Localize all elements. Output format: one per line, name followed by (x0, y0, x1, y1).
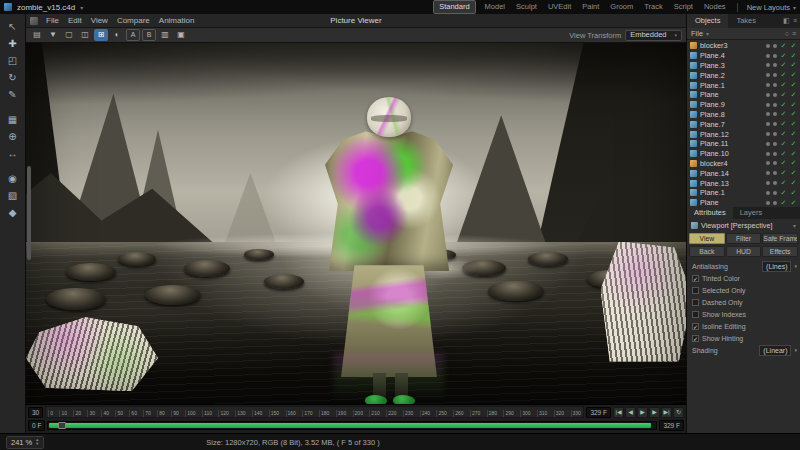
object-row[interactable]: blocker3✓✓ (687, 41, 800, 51)
enabled-check-icon[interactable]: ✓ (780, 91, 787, 99)
render-visibility-dot[interactable] (773, 132, 777, 136)
editor-visibility-dot[interactable] (766, 103, 770, 107)
editor-visibility-dot[interactable] (766, 112, 770, 116)
render-tool-icon[interactable]: ▧ (3, 188, 23, 203)
attribute-row[interactable]: ✓Tinted Color (689, 272, 800, 284)
render-check-icon[interactable]: ✓ (790, 130, 797, 138)
material-tool-icon[interactable]: ◆ (3, 205, 23, 220)
layout-tab-track[interactable]: Track (642, 1, 664, 13)
axis-tool-icon[interactable]: ↔ (3, 146, 23, 161)
search-icon[interactable]: ○ (785, 30, 789, 37)
render-visibility-dot[interactable] (773, 142, 777, 146)
render-visibility-dot[interactable] (773, 112, 777, 116)
prev-frame-button[interactable]: ◀ (625, 407, 636, 418)
enabled-check-icon[interactable]: ✓ (780, 130, 787, 138)
attr-button-view[interactable]: View (689, 233, 725, 244)
layout-tab-model[interactable]: Model (483, 1, 507, 13)
enabled-check-icon[interactable]: ✓ (780, 120, 787, 128)
editor-visibility-dot[interactable] (766, 63, 770, 67)
attribute-row[interactable]: Selected Only (689, 284, 800, 296)
attribute-row[interactable]: Antialiasing(Lines)▾ (689, 260, 800, 272)
layout-tab-paint[interactable]: Paint (580, 1, 601, 13)
checkbox[interactable] (692, 287, 699, 294)
enabled-check-icon[interactable]: ✓ (780, 71, 787, 79)
editor-visibility-dot[interactable] (766, 142, 770, 146)
play-button[interactable]: ▶ (637, 407, 648, 418)
render-check-icon[interactable]: ✓ (790, 61, 797, 69)
zoom-stepper-icon[interactable]: ▲▼ (35, 438, 39, 446)
object-row[interactable]: Plane.10✓✓ (687, 149, 800, 159)
layout-tab-standard[interactable]: Standard (433, 0, 475, 14)
tab-objects[interactable]: Objects (687, 14, 728, 28)
enabled-check-icon[interactable]: ✓ (780, 52, 787, 60)
menu-compare[interactable]: Compare (117, 16, 150, 25)
render-visibility-dot[interactable] (773, 103, 777, 107)
render-check-icon[interactable]: ✓ (790, 91, 797, 99)
object-row[interactable]: Plane.1✓✓ (687, 80, 800, 90)
render-check-icon[interactable]: ✓ (790, 159, 797, 167)
histogram-icon[interactable]: ▥ (158, 29, 172, 41)
object-row[interactable]: Plane.2✓✓ (687, 70, 800, 80)
object-row[interactable]: Plane.8✓✓ (687, 110, 800, 120)
checkbox[interactable] (692, 311, 699, 318)
attribute-row[interactable]: ✓Show Hinting (689, 332, 800, 344)
goto-end-button[interactable]: ▶| (661, 407, 672, 418)
tab-layers[interactable]: Layers (733, 207, 770, 219)
render-check-icon[interactable]: ✓ (790, 199, 797, 207)
object-row[interactable]: Plane.9✓✓ (687, 100, 800, 110)
object-row[interactable]: Plane.7✓✓ (687, 119, 800, 129)
checkbox[interactable]: ✓ (692, 323, 699, 330)
enabled-check-icon[interactable]: ✓ (780, 81, 787, 89)
last-tool-icon[interactable]: ✎ (3, 87, 23, 102)
enabled-check-icon[interactable]: ✓ (780, 179, 787, 187)
attribute-mode-row[interactable]: Viewport [Perspective] ▾ (687, 219, 800, 232)
single-view-icon[interactable]: ▢ (62, 29, 76, 41)
tab-attributes[interactable]: Attributes (687, 207, 733, 219)
object-row[interactable]: Plane.13✓✓ (687, 178, 800, 188)
render-visibility-dot[interactable] (773, 93, 777, 97)
attr-button-hud[interactable]: HUD (726, 246, 762, 257)
timeline-increment-field[interactable]: 30 (28, 407, 43, 418)
attribute-row[interactable]: ✓Isoline Editing (689, 320, 800, 332)
object-row[interactable]: Plane✓✓ (687, 90, 800, 100)
editor-visibility-dot[interactable] (766, 83, 770, 87)
editor-visibility-dot[interactable] (766, 54, 770, 58)
zoom-control[interactable]: 241 % ▲▼ (6, 436, 44, 449)
render-visibility-dot[interactable] (773, 122, 777, 126)
info-icon[interactable]: ▣ (174, 29, 188, 41)
render-visibility-dot[interactable] (773, 191, 777, 195)
render-visibility-dot[interactable] (773, 54, 777, 58)
editor-visibility-dot[interactable] (766, 171, 770, 175)
object-row[interactable]: blocker4✓✓ (687, 159, 800, 169)
menu-file[interactable]: File (46, 16, 59, 25)
render-check-icon[interactable]: ✓ (790, 179, 797, 187)
render-check-icon[interactable]: ✓ (790, 140, 797, 148)
render-check-icon[interactable]: ✓ (790, 52, 797, 60)
objects-file-menu[interactable]: File (691, 29, 703, 38)
new-layouts-button[interactable]: New Layouts ▾ (747, 3, 796, 12)
pin-icon[interactable]: ◧ (783, 17, 790, 25)
attr-button-effects[interactable]: Effects (762, 246, 798, 257)
tab-takes[interactable]: Takes (728, 14, 764, 28)
loop-button[interactable]: ↻ (673, 407, 684, 418)
render-visibility-dot[interactable] (773, 181, 777, 185)
render-visibility-dot[interactable] (773, 83, 777, 87)
object-row[interactable]: Plane.3✓✓ (687, 61, 800, 71)
editor-visibility-dot[interactable] (766, 44, 770, 48)
render-check-icon[interactable]: ✓ (790, 42, 797, 50)
navigator-icon[interactable]: ⊞ (94, 29, 108, 41)
snap-tool-icon[interactable]: ⊕ (3, 129, 23, 144)
checkbox[interactable]: ✓ (692, 335, 699, 342)
panel-menu-icon[interactable]: ≡ (793, 17, 797, 25)
editor-visibility-dot[interactable] (766, 191, 770, 195)
editor-visibility-dot[interactable] (766, 93, 770, 97)
attribute-row[interactable]: Dashed Only (689, 296, 800, 308)
ab-compare-b-button[interactable]: B (142, 29, 156, 41)
enabled-check-icon[interactable]: ✓ (780, 61, 787, 69)
start-frame-field[interactable]: 0 F (28, 420, 45, 431)
render-check-icon[interactable]: ✓ (790, 189, 797, 197)
editor-visibility-dot[interactable] (766, 73, 770, 77)
render-check-icon[interactable]: ✓ (790, 120, 797, 128)
render-check-icon[interactable]: ✓ (790, 169, 797, 177)
enabled-check-icon[interactable]: ✓ (780, 169, 787, 177)
